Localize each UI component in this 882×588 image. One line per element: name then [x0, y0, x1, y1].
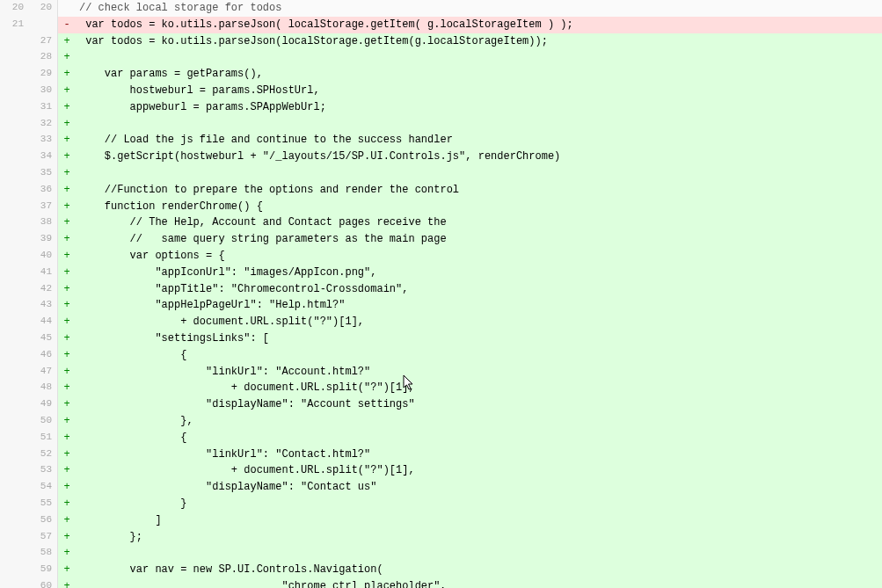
line-number-left [0, 231, 29, 248]
diff-line[interactable]: 44+ + document.URL.split("?")[1], [0, 314, 882, 330]
diff-line[interactable]: 58+ [0, 545, 882, 562]
code-line[interactable]: "chrome_ctrl_placeholder", [76, 578, 882, 588]
code-line[interactable]: // The Help, Account and Contact pages r… [76, 214, 882, 231]
diff-line[interactable]: 50+ }, [0, 413, 882, 430]
diff-sign: + [58, 364, 76, 381]
diff-line[interactable]: 33+ // Load the js file and continue to … [0, 132, 882, 149]
line-number-left [0, 413, 29, 430]
code-line[interactable]: "settingsLinks": [ [76, 330, 882, 347]
diff-line[interactable]: 39+ // same query string parameters as t… [0, 231, 882, 248]
diff-line[interactable]: 53+ + document.URL.split("?")[1], [0, 462, 882, 479]
diff-line[interactable]: 21- var todos = ko.utils.parseJson( loca… [0, 17, 882, 33]
diff-line[interactable]: 30+ hostweburl = params.SPHostUrl, [0, 83, 882, 99]
code-line[interactable]: var todos = ko.utils.parseJson( localSto… [76, 17, 882, 33]
diff-sign: + [58, 512, 76, 529]
diff-sign: + [58, 430, 76, 446]
code-line[interactable] [76, 116, 882, 133]
line-number-right: 56 [29, 512, 58, 529]
code-line[interactable]: "appIconUrl": "images/AppIcon.png", [76, 265, 882, 281]
diff-sign: + [58, 199, 76, 215]
code-line[interactable]: "displayName": "Contact us" [76, 479, 882, 496]
diff-line[interactable]: 32+ [0, 116, 882, 133]
diff-line[interactable]: 49+ "displayName": "Account settings" [0, 396, 882, 413]
diff-line[interactable]: 37+ function renderChrome() { [0, 199, 882, 215]
diff-line[interactable]: 40+ var options = { [0, 248, 882, 265]
diff-line[interactable]: 29+ var params = getParams(), [0, 66, 882, 83]
line-number-left [0, 149, 29, 165]
code-line[interactable] [76, 165, 882, 182]
diff-line[interactable]: 35+ [0, 165, 882, 182]
diff-line[interactable]: 46+ { [0, 347, 882, 364]
code-line[interactable] [76, 49, 882, 66]
diff-sign: + [58, 479, 76, 496]
line-number-left [0, 49, 29, 66]
diff-line[interactable]: 34+ $.getScript(hostweburl + "/_layouts/… [0, 149, 882, 165]
code-line[interactable]: "linkUrl": "Account.html?" [76, 364, 882, 381]
code-line[interactable]: { [76, 347, 882, 364]
code-line[interactable]: + document.URL.split("?")[1], [76, 380, 882, 396]
line-number-right: 43 [29, 297, 58, 314]
diff-line[interactable]: 43+ "appHelpPageUrl": "Help.html?" [0, 297, 882, 314]
code-line[interactable]: }; [76, 529, 882, 546]
line-number-right [29, 17, 58, 33]
diff-line[interactable]: 59+ var nav = new SP.UI.Controls.Navigat… [0, 562, 882, 578]
line-number-left [0, 33, 29, 50]
diff-line[interactable]: 38+ // The Help, Account and Contact pag… [0, 214, 882, 231]
diff-line[interactable]: 56+ ] [0, 512, 882, 529]
code-line[interactable]: ] [76, 512, 882, 529]
code-line[interactable]: $.getScript(hostweburl + "/_layouts/15/S… [76, 149, 882, 165]
code-line[interactable]: "appHelpPageUrl": "Help.html?" [76, 297, 882, 314]
diff-sign: + [58, 248, 76, 265]
diff-line[interactable]: 2020 // check local storage for todos [0, 0, 882, 17]
line-number-right: 40 [29, 248, 58, 265]
code-line[interactable]: hostweburl = params.SPHostUrl, [76, 83, 882, 99]
diff-sign: + [58, 396, 76, 413]
diff-line[interactable]: 57+ }; [0, 529, 882, 546]
line-number-right: 32 [29, 116, 58, 133]
diff-line[interactable]: 42+ "appTitle": "Chromecontrol-Crossdoma… [0, 281, 882, 298]
code-line[interactable]: // Load the js file and continue to the … [76, 132, 882, 149]
diff-line[interactable]: 55+ } [0, 496, 882, 512]
line-number-right: 49 [29, 396, 58, 413]
line-number-left [0, 512, 29, 529]
line-number-right: 31 [29, 99, 58, 116]
diff-line[interactable]: 60+ "chrome_ctrl_placeholder", [0, 578, 882, 588]
code-line[interactable]: "displayName": "Account settings" [76, 396, 882, 413]
code-line[interactable] [76, 545, 882, 562]
line-number-left [0, 265, 29, 281]
code-line[interactable]: } [76, 496, 882, 512]
diff-line[interactable]: 51+ { [0, 430, 882, 446]
diff-sign: + [58, 330, 76, 347]
diff-line[interactable]: 36+ //Function to prepare the options an… [0, 182, 882, 199]
code-line[interactable]: var todos = ko.utils.parseJson(localStor… [76, 33, 882, 50]
code-line[interactable]: + document.URL.split("?")[1], [76, 462, 882, 479]
code-line[interactable]: var params = getParams(), [76, 66, 882, 83]
diff-line[interactable]: 41+ "appIconUrl": "images/AppIcon.png", [0, 265, 882, 281]
code-line[interactable]: //Function to prepare the options and re… [76, 182, 882, 199]
diff-line[interactable]: 28+ [0, 49, 882, 66]
diff-line[interactable]: 47+ "linkUrl": "Account.html?" [0, 364, 882, 381]
code-line[interactable]: + document.URL.split("?")[1], [76, 314, 882, 330]
code-line[interactable]: "linkUrl": "Contact.html?" [76, 446, 882, 463]
diff-sign: + [58, 214, 76, 231]
code-line[interactable]: }, [76, 413, 882, 430]
diff-line[interactable]: 48+ + document.URL.split("?")[1], [0, 380, 882, 396]
code-line[interactable]: // same query string parameters as the m… [76, 231, 882, 248]
code-line[interactable]: // check local storage for todos [76, 0, 882, 17]
code-line[interactable]: var options = { [76, 248, 882, 265]
code-line[interactable]: appweburl = params.SPAppWebUrl; [76, 99, 882, 116]
diff-view[interactable]: 2020 // check local storage for todos21-… [0, 0, 882, 588]
code-line[interactable]: "appTitle": "Chromecontrol-Crossdomain", [76, 281, 882, 298]
diff-line[interactable]: 27+ var todos = ko.utils.parseJson(local… [0, 33, 882, 50]
line-number-left [0, 380, 29, 396]
code-line[interactable]: { [76, 430, 882, 446]
diff-line[interactable]: 52+ "linkUrl": "Contact.html?" [0, 446, 882, 463]
line-number-left [0, 545, 29, 562]
code-line[interactable]: function renderChrome() { [76, 199, 882, 215]
diff-line[interactable]: 45+ "settingsLinks": [ [0, 330, 882, 347]
line-number-right: 41 [29, 265, 58, 281]
code-line[interactable]: var nav = new SP.UI.Controls.Navigation( [76, 562, 882, 578]
line-number-right: 42 [29, 281, 58, 298]
diff-line[interactable]: 54+ "displayName": "Contact us" [0, 479, 882, 496]
diff-line[interactable]: 31+ appweburl = params.SPAppWebUrl; [0, 99, 882, 116]
